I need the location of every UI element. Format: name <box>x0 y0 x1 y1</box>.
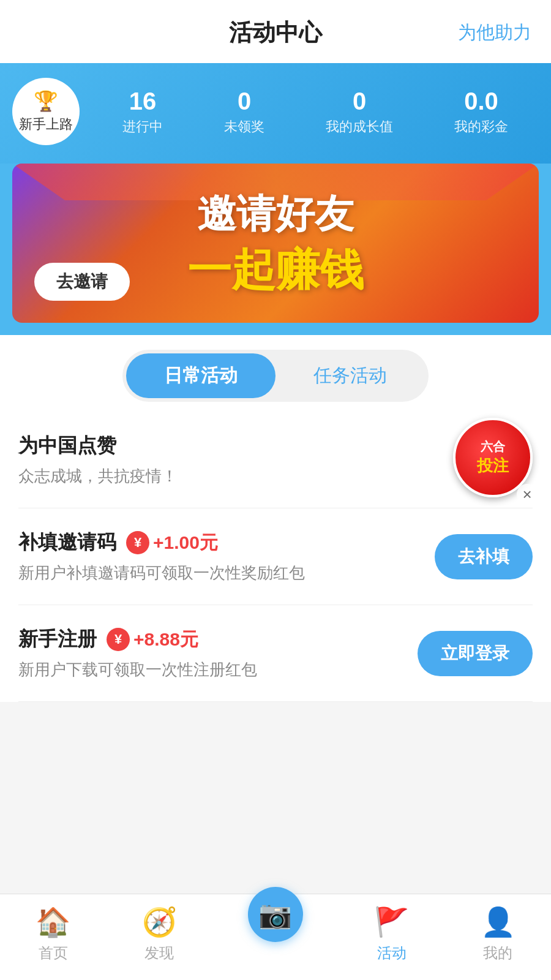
activity-info-3: 新手注册 ¥ +8.88元 新用户下载可领取一次性注册红包 <box>18 626 418 680</box>
reward-amount-3: +8.88元 <box>133 627 198 652</box>
activity-item-3: 新手注册 ¥ +8.88元 新用户下载可领取一次性注册红包 立即登录 <box>18 605 533 702</box>
nav-item-camera[interactable]: 📷 <box>248 905 303 963</box>
stat-value-growth: 0 <box>353 88 366 115</box>
activity-reward-2: ¥ +1.00元 <box>126 530 218 556</box>
activity-title-3: 新手注册 <box>18 626 97 653</box>
nav-label-home: 首页 <box>39 943 68 963</box>
stat-ongoing: 16 进行中 <box>122 88 163 136</box>
activity-reward-3: ¥ +8.88元 <box>107 627 198 652</box>
activity-info-2: 补填邀请码 ¥ +1.00元 新用户补填邀请码可领取一次性奖励红包 <box>18 529 435 584</box>
nav-label-discover: 发现 <box>144 943 174 963</box>
reward-amount-2: +1.00元 <box>153 530 218 556</box>
stat-value-bonus: 0.0 <box>464 88 498 115</box>
discover-icon: 🧭 <box>142 905 177 938</box>
activity-btn-2[interactable]: 去补填 <box>435 534 533 579</box>
activity-title-1: 为中国点赞 <box>18 432 116 459</box>
activity-title-row-3: 新手注册 ¥ +8.88元 <box>18 626 418 653</box>
floating-ad-text1: 六合 <box>481 439 505 455</box>
activity-desc-3: 新用户下载可领取一次性注册红包 <box>18 660 257 679</box>
activity-title-row-2: 补填邀请码 ¥ +1.00元 <box>18 529 435 556</box>
activity-desc-1: 众志成城，共抗疫情！ <box>18 467 178 485</box>
header: 活动中心 为他助力 <box>0 0 551 63</box>
page-title: 活动中心 <box>229 17 322 48</box>
banner-line1: 邀请好友 <box>187 187 364 241</box>
stat-label-ongoing: 进行中 <box>122 118 163 136</box>
trophy-icon: 🏆 <box>34 89 58 113</box>
tab-daily[interactable]: 日常活动 <box>126 353 276 398</box>
stat-growth: 0 我的成长值 <box>326 88 393 136</box>
badge-label: 新手上路 <box>19 115 73 134</box>
tab-mission[interactable]: 任务活动 <box>276 353 425 398</box>
activity-title-2: 补填邀请码 <box>18 529 116 556</box>
invite-button[interactable]: 去邀请 <box>34 263 130 301</box>
banner-line2: 一起赚钱 <box>187 241 364 300</box>
profile-icon: 👤 <box>481 905 515 938</box>
activity-icon: 🚩 <box>374 905 409 938</box>
stat-label-growth: 我的成长值 <box>326 118 393 136</box>
stat-unclaimed: 0 未领奖 <box>224 88 264 136</box>
stat-label-bonus: 我的彩金 <box>454 118 508 136</box>
stat-bonus: 0.0 我的彩金 <box>454 88 508 136</box>
help-link[interactable]: 为他助力 <box>458 20 531 45</box>
stat-label-unclaimed: 未领奖 <box>224 118 264 136</box>
camera-button[interactable]: 📷 <box>248 887 303 942</box>
nav-label-activity: 活动 <box>377 943 407 963</box>
home-icon: 🏠 <box>36 905 70 938</box>
tabs-container: 日常活动 任务活动 <box>0 335 551 412</box>
reward-icon-3: ¥ <box>107 628 130 651</box>
stat-value-ongoing: 16 <box>129 88 157 115</box>
banner-text: 邀请好友 一起赚钱 <box>187 187 364 300</box>
nav-item-profile[interactable]: 👤 我的 <box>481 905 515 963</box>
nav-item-activity[interactable]: 🚩 活动 <box>374 905 409 963</box>
stat-value-unclaimed: 0 <box>238 88 251 115</box>
stats-bar: 🏆 新手上路 16 进行中 0 未领奖 0 我的成长值 0.0 我的彩金 <box>0 63 551 164</box>
activity-desc-2: 新用户补填邀请码可领取一次性奖励红包 <box>18 564 305 582</box>
activity-btn-3[interactable]: 立即登录 <box>418 631 533 676</box>
floating-ad-text2: 投注 <box>477 455 509 477</box>
floating-ad[interactable]: 六合 投注 × <box>453 418 539 503</box>
floating-close-button[interactable]: × <box>517 484 538 505</box>
invite-banner[interactable]: 邀请好友 一起赚钱 去邀请 <box>12 164 539 323</box>
tabs-wrapper: 日常活动 任务活动 <box>122 350 429 402</box>
user-badge: 🏆 新手上路 <box>12 78 80 145</box>
activity-item-2: 补填邀请码 ¥ +1.00元 新用户补填邀请码可领取一次性奖励红包 去补填 <box>18 508 533 605</box>
camera-icon: 📷 <box>258 899 292 930</box>
nav-item-home[interactable]: 🏠 首页 <box>36 905 70 963</box>
nav-label-profile: 我的 <box>483 943 512 963</box>
banner-section: 邀请好友 一起赚钱 去邀请 <box>0 164 551 335</box>
nav-item-discover[interactable]: 🧭 发现 <box>142 905 177 963</box>
reward-icon-2: ¥ <box>126 531 149 554</box>
bottom-nav: 🏠 首页 🧭 发现 📷 🚩 活动 👤 我的 <box>0 894 551 980</box>
stats-items: 16 进行中 0 未领奖 0 我的成长值 0.0 我的彩金 <box>92 88 539 136</box>
